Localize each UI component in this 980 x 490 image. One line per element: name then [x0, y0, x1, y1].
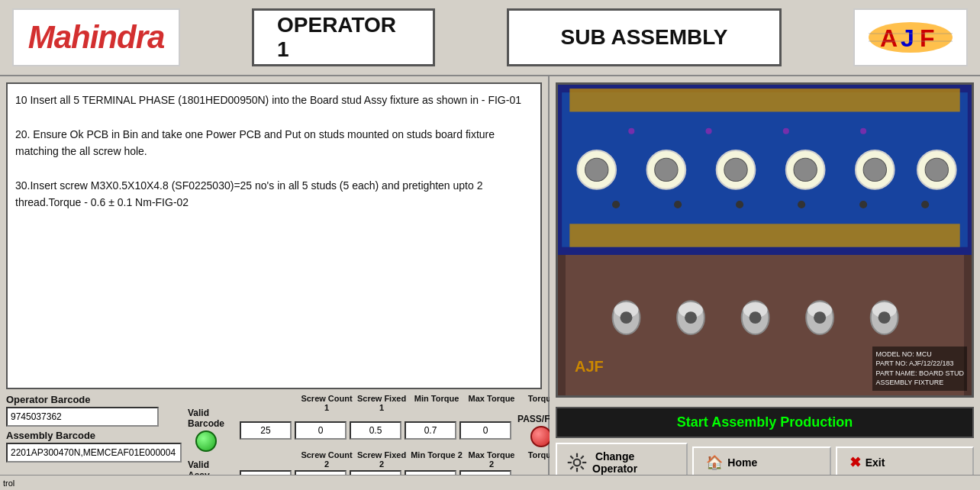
svg-point-27	[612, 201, 620, 208]
pcb-top	[558, 85, 972, 255]
svg-point-48	[814, 311, 826, 324]
svg-text:A: A	[880, 24, 898, 52]
instruction-line2: 20. Ensure Ok PCB in Bin and take one Po…	[15, 126, 533, 160]
start-production-button[interactable]: Start Assembly Production	[556, 407, 974, 438]
min-torque1-input[interactable]	[350, 421, 401, 440]
torque-headers: Screw Count 1 Screw Fixed 1 Min Torque M…	[237, 394, 572, 412]
assembly-barcode-group: Assembly Barcode	[6, 430, 182, 463]
pcb-model: MODEL NO: MCU	[875, 350, 964, 359]
svg-line-56	[570, 456, 573, 459]
pcb-fixture: ASSEMBLY FIXTURE	[875, 378, 964, 388]
bottom-controls: Operator Barcode Assembly Barcode Valid …	[0, 389, 548, 488]
torque1-input[interactable]	[459, 421, 511, 440]
pcb-part-no: PART NO: AJF/12/22/183	[875, 359, 964, 369]
assembly-barcode-label: Assembly Barcode	[6, 430, 182, 441]
torque-row1: PASS/FAIL	[237, 414, 572, 447]
svg-point-11	[585, 158, 608, 181]
svg-line-58	[581, 456, 584, 459]
home-icon: 🏠	[706, 454, 723, 471]
mahindra-logo-text: Mahindra	[28, 19, 165, 56]
operator-label: OPERATOR 1	[277, 13, 410, 62]
right-panel: MODEL NO: MCU PART NO: AJF/12/22/183 PAR…	[550, 76, 980, 488]
ajf-logo: A J F	[853, 8, 968, 66]
svg-point-19	[863, 158, 886, 181]
pcb-part-name: PART NAME: BOARD STUD	[875, 369, 964, 379]
sub-assembly-label: SUB ASSEMBLY	[561, 25, 728, 50]
assembly-barcode-input[interactable]	[6, 443, 182, 463]
svg-point-25	[783, 128, 789, 134]
svg-point-32	[921, 201, 929, 208]
torque-headers2: Screw Count 2 Screw Fixed 2 Min Torque 2…	[237, 450, 572, 469]
screw-fixed1-input[interactable]	[295, 421, 347, 440]
fixture-logo: AJF	[573, 350, 619, 380]
barcode-section: Operator Barcode Assembly Barcode	[6, 394, 182, 463]
operator-badge: OPERATOR 1	[252, 8, 435, 66]
svg-point-17	[794, 158, 817, 181]
mahindra-logo: Mahindra	[12, 8, 180, 66]
max-torque1-input[interactable]	[405, 421, 456, 440]
operator-barcode-input[interactable]	[6, 407, 159, 427]
svg-text:J: J	[901, 24, 914, 52]
sub-assembly-badge: SUB ASSEMBLY	[507, 8, 782, 66]
instruction-line3: 30.Insert screw M3X0.5X10X4.8 (SF0225030…	[15, 177, 533, 211]
svg-point-28	[674, 201, 682, 208]
exit-icon: ✖	[849, 454, 861, 471]
screw-count2-header: Screw Count 2	[301, 450, 353, 469]
screw-count1-header: Screw Count 1	[301, 394, 353, 412]
svg-line-57	[581, 466, 584, 469]
screw-fixed1-header: Screw Fixed 1	[356, 394, 408, 412]
pcb-bottom: MODEL NO: MCU PART NO: AJF/12/22/183 PAR…	[558, 255, 972, 395]
svg-point-21	[925, 158, 948, 181]
svg-point-29	[736, 201, 743, 208]
svg-point-24	[706, 128, 712, 134]
instructions-area: 10 Insert all 5 TERMINAL PHASE (1801HED0…	[6, 82, 542, 389]
pcb-image: MODEL NO: MCU PART NO: AJF/12/22/183 PAR…	[558, 85, 972, 395]
ajf-logo-svg: A J F	[865, 15, 956, 60]
max-torque2-header: Max Torque 2	[466, 450, 517, 469]
svg-text:F: F	[920, 24, 935, 52]
home-label: Home	[727, 456, 757, 469]
svg-point-47	[750, 311, 762, 324]
left-panel: 10 Insert all 5 TERMINAL PHASE (1801HED0…	[0, 76, 550, 488]
status-bar: trol	[0, 475, 980, 490]
change-operator-label: ChangeOperator	[592, 450, 637, 475]
svg-point-31	[859, 201, 867, 208]
min-torque2-header: Min Torque 2	[411, 450, 463, 469]
svg-point-13	[655, 158, 678, 181]
svg-point-30	[798, 201, 805, 208]
svg-point-49	[878, 311, 891, 324]
main-content: 10 Insert all 5 TERMINAL PHASE (1801HED0…	[0, 76, 980, 488]
min-torque-header: Min Torque	[411, 394, 463, 412]
home-button[interactable]: 🏠 Home	[692, 446, 830, 479]
valid-barcode-group: Valid Barcode	[188, 408, 224, 452]
pass-fail-indicator	[530, 426, 552, 447]
svg-line-59	[570, 466, 573, 469]
svg-point-23	[628, 128, 634, 134]
svg-text:AJF: AJF	[575, 358, 604, 375]
svg-point-45	[621, 311, 633, 324]
instruction-line1: 10 Insert all 5 TERMINAL PHASE (1801HED0…	[15, 92, 533, 108]
header: Mahindra OPERATOR 1 SUB ASSEMBLY A J F	[0, 0, 980, 76]
svg-point-26	[860, 128, 866, 134]
exit-label: Exit	[866, 456, 885, 469]
valid-barcode-label: Valid Barcode	[188, 408, 224, 429]
status-text: trol	[3, 479, 15, 488]
screw-fixed2-header: Screw Fixed 2	[356, 450, 408, 469]
svg-rect-9	[569, 89, 959, 111]
gear-icon	[566, 452, 588, 473]
pcb-image-area: MODEL NO: MCU PART NO: AJF/12/22/183 PAR…	[556, 82, 974, 398]
operator-barcode-group: Operator Barcode	[6, 394, 182, 427]
operator-barcode-label: Operator Barcode	[6, 394, 182, 405]
screw-count1-input[interactable]	[240, 421, 292, 440]
valid-barcode-indicator	[195, 430, 217, 452]
svg-rect-22	[569, 224, 959, 247]
pcb-label: MODEL NO: MCU PART NO: AJF/12/22/183 PAR…	[872, 347, 967, 391]
svg-point-15	[724, 158, 747, 181]
max-torque-header: Max Torque	[466, 394, 517, 412]
svg-point-46	[685, 311, 697, 324]
svg-point-51	[574, 459, 581, 466]
exit-button[interactable]: ✖ Exit	[836, 446, 974, 479]
